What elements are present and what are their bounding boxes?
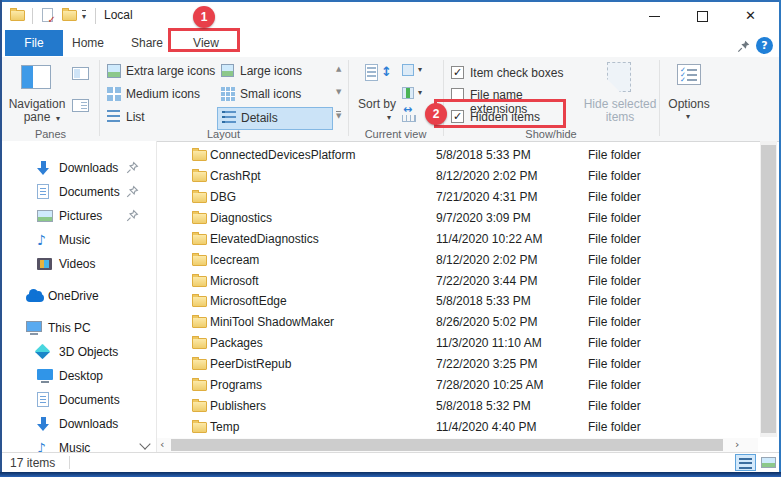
qat-new-folder-button[interactable] xyxy=(62,10,77,21)
minimize-icon xyxy=(649,16,660,17)
sidebar-item-documents[interactable]: Documents xyxy=(2,390,156,410)
red-check-glyph: ✓ xyxy=(48,14,56,25)
tab-share[interactable]: Share xyxy=(120,30,174,56)
file-date-modified: 11/4/2020 10:22 AM xyxy=(436,232,543,246)
file-row[interactable]: Publishers5/8/2018 5:32 PMFile folder xyxy=(157,396,757,417)
file-row[interactable]: Programs7/28/2020 10:25 AMFile folder xyxy=(157,375,757,396)
horizontal-scrollbar[interactable]: ‹ › xyxy=(157,438,758,452)
gallery-more-button[interactable]: ▼ xyxy=(336,111,341,120)
add-columns-icon xyxy=(402,87,414,99)
annotation-step-2-badge: 2 xyxy=(425,103,447,125)
file-type: File folder xyxy=(588,420,641,434)
list-view-icon xyxy=(107,110,120,122)
file-row[interactable]: CrashRpt8/12/2020 2:02 PMFile folder xyxy=(157,166,757,187)
checked-checkbox-icon[interactable]: ✓ xyxy=(451,66,464,79)
file-row[interactable]: Icecream8/12/2020 2:02 PMFile folder xyxy=(157,250,757,271)
sidebar-item-pictures[interactable]: Pictures xyxy=(2,206,156,226)
file-name: MicrosoftEdge xyxy=(210,294,287,308)
items-count: 17 items xyxy=(10,456,55,470)
sidebar-item-3d-objects[interactable]: 3D Objects xyxy=(2,342,156,362)
sidebar-item-this-pc[interactable]: This PC xyxy=(2,318,156,338)
sidebar-item-downloads[interactable]: Downloads xyxy=(2,158,156,178)
sidebar-item-documents[interactable]: Documents xyxy=(2,182,156,202)
file-type: File folder xyxy=(588,357,641,371)
file-row[interactable]: DBG7/21/2020 4:31 PMFile folder xyxy=(157,187,757,208)
options-button[interactable]: ✓ ✓ ✓ Options ▾ xyxy=(665,61,713,133)
file-explorer-window: ✓ ▾ Local ✕ File Home Share View ? Navig… xyxy=(0,0,781,477)
sidebar-item-label: Music xyxy=(59,233,90,247)
group-label-current-view: Current view xyxy=(348,128,443,141)
file-name: Temp xyxy=(210,420,239,434)
sidebar-item-onedrive[interactable]: OneDrive xyxy=(2,286,156,306)
file-row[interactable]: MicrosoftEdge5/8/2018 5:33 PMFile folder xyxy=(157,291,757,312)
window-border-top xyxy=(0,0,781,2)
folder-icon xyxy=(192,422,207,433)
sidebar: DownloadsDocumentsPictures♪MusicVideosOn… xyxy=(2,141,156,452)
file-date-modified: 5/8/2018 5:33 PM xyxy=(436,148,531,162)
file-row[interactable]: PeerDistRepub7/22/2020 3:25 PMFile folde… xyxy=(157,354,757,375)
sidebar-item-label: Videos xyxy=(59,257,95,271)
file-row[interactable]: ElevatedDiagnostics11/4/2020 10:22 AMFil… xyxy=(157,229,757,250)
options-icon: ✓ ✓ ✓ xyxy=(677,64,701,85)
hscroll-right-arrow[interactable]: › xyxy=(735,438,739,451)
file-row[interactable]: Diagnostics9/7/2020 3:09 PMFile folder xyxy=(157,208,757,229)
file-row[interactable]: ConnectedDevicesPlatform5/8/2018 5:33 PM… xyxy=(157,145,757,166)
checkbox-item-check-boxes[interactable]: ✓Item check boxes xyxy=(451,65,581,82)
sort-by-button[interactable]: ↕ Sort by ▾ xyxy=(357,62,397,132)
file-name: Diagnostics xyxy=(210,211,272,225)
minimize-button[interactable] xyxy=(632,2,677,30)
folder-icon xyxy=(192,234,207,245)
gallery-scroll-down[interactable]: ▼ xyxy=(336,88,341,96)
vertical-scrollbar[interactable] xyxy=(760,141,777,437)
gallery-scroll-up[interactable]: ▲ xyxy=(336,65,341,73)
navigation-pane-button[interactable]: Navigation pane ▾ xyxy=(10,62,64,134)
sidebar-item-desktop[interactable]: Desktop xyxy=(2,366,156,386)
layout-item-list[interactable]: List xyxy=(103,107,217,128)
layout-item-medium-icons[interactable]: Medium icons xyxy=(103,84,217,105)
pin-ribbon-button[interactable] xyxy=(737,39,751,53)
file-name: ConnectedDevicesPlatform xyxy=(210,148,355,162)
file-row[interactable]: MiniTool ShadowMaker8/26/2020 5:02 PMFil… xyxy=(157,312,757,333)
file-row[interactable]: Packages11/3/2020 11:10 AMFile folder xyxy=(157,333,757,354)
details-view-icon xyxy=(222,111,236,123)
file-type: File folder xyxy=(588,294,641,308)
layout-item-label: Details xyxy=(241,111,278,125)
ribbon-tab-row: File Home Share View ? xyxy=(2,30,779,58)
file-row[interactable]: Microsoft7/22/2020 3:44 PMFile folder xyxy=(157,271,757,292)
size-columns-icon xyxy=(402,115,416,122)
view-details-button[interactable] xyxy=(735,454,756,471)
view-thumbnails-button[interactable] xyxy=(758,454,779,471)
file-type: File folder xyxy=(588,274,641,288)
pin-icon xyxy=(737,39,751,53)
close-button[interactable]: ✕ xyxy=(728,2,773,30)
sort-by-label: Sort by xyxy=(357,98,397,111)
vertical-scrollbar-thumb[interactable] xyxy=(761,145,776,433)
file-date-modified: 8/12/2020 2:02 PM xyxy=(436,253,537,267)
layout-item-extra-large-icons[interactable]: Extra large icons xyxy=(103,61,217,82)
layout-item-small-icons[interactable]: Small icons xyxy=(217,84,331,105)
hscroll-left-arrow[interactable]: ‹ xyxy=(160,438,164,451)
hscroll-thumb[interactable] xyxy=(171,439,723,451)
tab-home[interactable]: Home xyxy=(64,30,112,56)
hide-selected-items-button[interactable]: Hide selected items xyxy=(587,60,653,134)
sidebar-item-videos[interactable]: Videos xyxy=(2,254,156,274)
sidebar-item-downloads[interactable]: Downloads xyxy=(2,414,156,434)
tab-file[interactable]: File xyxy=(5,30,63,56)
layout-item-label: Medium icons xyxy=(126,87,200,101)
help-button[interactable]: ? xyxy=(756,37,773,54)
maximize-button[interactable] xyxy=(680,2,725,30)
layout-item-large-icons[interactable]: Large icons xyxy=(217,61,331,82)
layout-item-details[interactable]: Details xyxy=(217,107,333,130)
pin-icon xyxy=(126,209,139,222)
preview-pane-button[interactable] xyxy=(72,67,89,80)
medium-icons-icon xyxy=(107,87,121,101)
file-name: DBG xyxy=(210,190,236,204)
file-row[interactable]: Temp11/4/2020 4:40 PMFile folder xyxy=(157,417,757,438)
download-icon xyxy=(37,417,50,431)
sidebar-item-music[interactable]: ♪Music xyxy=(2,230,156,250)
qat-customize-dropdown[interactable]: ▾ xyxy=(82,10,86,21)
file-name: CrashRpt xyxy=(210,169,261,183)
details-pane-button[interactable] xyxy=(72,99,89,112)
folder-icon xyxy=(192,380,207,391)
folder-icon xyxy=(192,338,207,349)
